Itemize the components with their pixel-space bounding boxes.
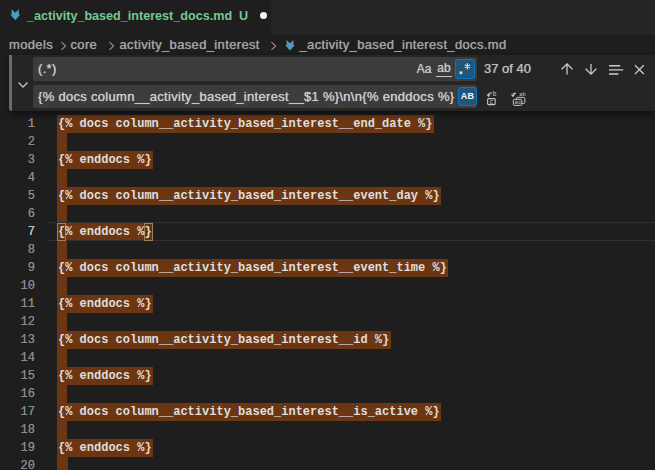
svg-text:ab: ab	[519, 91, 526, 98]
svg-text:c: c	[490, 99, 494, 106]
svg-text:ac: ac	[515, 99, 523, 106]
svg-text:b: b	[493, 91, 497, 98]
